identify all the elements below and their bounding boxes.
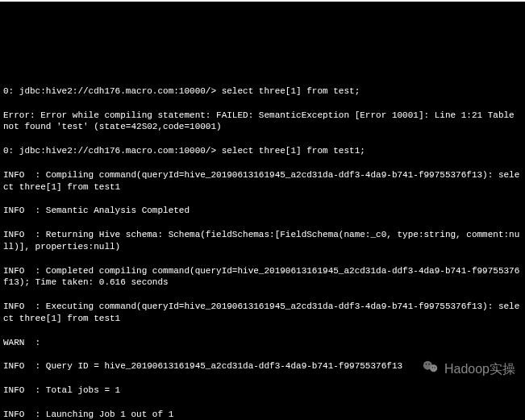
terminal-line: INFO : Semantic Analysis Completed (3, 205, 522, 217)
svg-point-4 (432, 367, 433, 368)
svg-point-5 (434, 367, 435, 368)
terminal-line: Error: Error while compiling statement: … (3, 110, 522, 134)
terminal-line: 0: jdbc:hive2://cdh176.macro.com:10000/>… (3, 145, 522, 157)
window-title-bar (0, 0, 525, 2)
terminal-line: INFO : Launching Job 1 out of 1 (3, 409, 522, 420)
wechat-icon (407, 340, 440, 397)
svg-point-3 (428, 364, 430, 365)
svg-point-1 (430, 364, 437, 372)
svg-point-2 (426, 364, 427, 365)
watermark-text: Hadoop实操 (444, 360, 515, 378)
watermark: Hadoop实操 (407, 340, 515, 397)
terminal-line: INFO : Completed compiling command(query… (3, 265, 522, 289)
terminal-line: INFO : Executing command(queryId=hive_20… (3, 301, 522, 325)
terminal-line: INFO : Compiling command(queryId=hive_20… (3, 169, 522, 193)
terminal-line: INFO : Returning Hive schema: Schema(fie… (3, 229, 522, 253)
terminal-line: 0: jdbc:hive2://cdh176.macro.com:10000/>… (3, 85, 522, 98)
